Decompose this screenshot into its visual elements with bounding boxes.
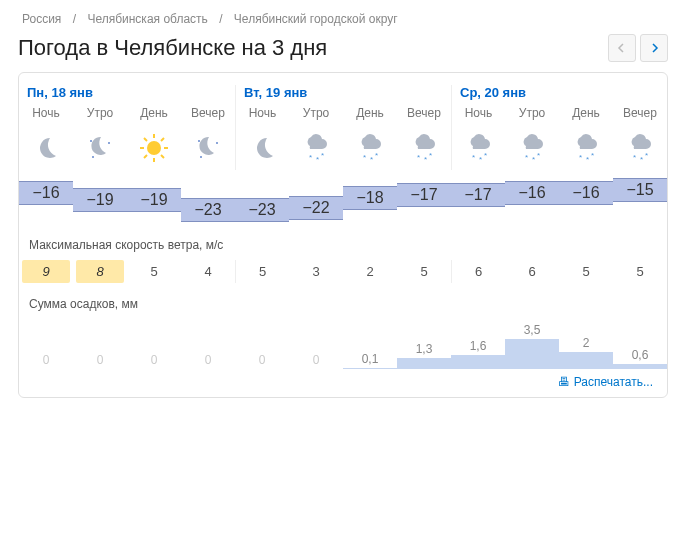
wind-value: 5 [397, 260, 451, 283]
temp-value: −23 [181, 198, 235, 222]
part-label: Вечер [613, 106, 667, 126]
precip-value: 0 [289, 353, 343, 369]
svg-point-0 [90, 140, 92, 142]
svg-text:*: * [375, 151, 378, 160]
temp-value: −16 [559, 181, 613, 205]
day-header: Вт, 19 янв [235, 85, 451, 106]
precip-value: 0,6 [613, 348, 667, 369]
svg-line-9 [161, 155, 164, 158]
crumb-0[interactable]: Россия [22, 12, 61, 26]
snow-icon: *** [559, 126, 613, 170]
svg-text:*: * [424, 155, 427, 164]
svg-text:*: * [316, 155, 319, 164]
forecast-card: Пн, 18 янвВт, 19 янвСр, 20 янв НочьУтроД… [18, 72, 668, 398]
svg-text:*: * [321, 151, 324, 160]
svg-text:*: * [537, 151, 540, 160]
svg-text:*: * [309, 153, 312, 162]
wind-value: 5 [559, 260, 613, 283]
sun-icon [127, 126, 181, 170]
precip-value: 2 [559, 336, 613, 369]
svg-point-2 [92, 156, 94, 158]
precip-value: 0 [19, 353, 73, 369]
temp-value: −15 [613, 178, 667, 202]
svg-text:*: * [645, 151, 648, 160]
precip-value: 0 [127, 353, 181, 369]
svg-text:*: * [370, 155, 373, 164]
snow-icon: *** [451, 126, 505, 170]
temp-value: −18 [343, 186, 397, 210]
day-header: Пн, 18 янв [19, 85, 235, 106]
wind-value: 5 [613, 260, 667, 283]
temp-value: −16 [19, 181, 73, 205]
svg-text:*: * [363, 153, 366, 162]
precip-value: 1,6 [451, 339, 505, 369]
crumb-sep: / [219, 12, 222, 26]
svg-text:*: * [472, 153, 475, 162]
wind-label: Максимальная скорость ветра, м/с [19, 224, 667, 260]
svg-line-11 [161, 138, 164, 141]
wind-value: 8 [76, 260, 124, 283]
svg-text:*: * [579, 153, 582, 162]
snow-icon: *** [397, 126, 451, 170]
precip-value: 0 [73, 353, 127, 369]
svg-text:*: * [479, 155, 482, 164]
part-label: Утро [505, 106, 559, 126]
svg-point-1 [108, 142, 110, 144]
wind-value: 5 [127, 260, 181, 283]
svg-line-8 [144, 138, 147, 141]
chevron-left-icon [617, 43, 627, 53]
part-label: Вечер [181, 106, 235, 126]
page-title: Погода в Челябинске на 3 дня [18, 35, 327, 61]
part-label: Утро [289, 106, 343, 126]
part-label: День [559, 106, 613, 126]
snow-icon: *** [613, 126, 667, 170]
temp-value: −19 [127, 188, 181, 212]
crumb-2[interactable]: Челябинский городской округ [234, 12, 398, 26]
moon-stars-icon [73, 126, 127, 170]
wind-value: 3 [289, 260, 343, 283]
svg-text:*: * [429, 151, 432, 160]
crumb-sep: / [73, 12, 76, 26]
next-button[interactable] [640, 34, 668, 62]
moon-stars-icon [181, 126, 235, 170]
chevron-right-icon [649, 43, 659, 53]
temp-value: −17 [397, 183, 451, 207]
wind-value: 2 [343, 260, 397, 283]
part-label: Ночь [235, 106, 289, 126]
svg-text:*: * [640, 155, 643, 164]
precip-value: 0 [181, 353, 235, 369]
temp-value: −19 [73, 188, 127, 212]
part-label: День [343, 106, 397, 126]
svg-point-3 [147, 141, 161, 155]
part-label: Вечер [397, 106, 451, 126]
prev-button[interactable] [608, 34, 636, 62]
print-icon: 🖶 [558, 375, 570, 389]
temp-value: −17 [451, 183, 505, 207]
svg-point-12 [198, 140, 200, 142]
part-label: День [127, 106, 181, 126]
svg-text:*: * [633, 153, 636, 162]
svg-line-10 [144, 155, 147, 158]
svg-text:*: * [417, 153, 420, 162]
print-link[interactable]: Распечатать... [574, 375, 653, 389]
wind-value: 9 [22, 260, 70, 283]
part-label: Утро [73, 106, 127, 126]
moon-icon [19, 126, 73, 170]
wind-value: 6 [451, 260, 505, 283]
precip-value: 0,1 [343, 352, 397, 369]
svg-text:*: * [591, 151, 594, 160]
temperature-chart: −16−19−19−23−23−22−18−17−17−16−16−15 [19, 178, 667, 224]
snow-icon: *** [505, 126, 559, 170]
svg-text:*: * [484, 151, 487, 160]
wind-value: 6 [505, 260, 559, 283]
part-label: Ночь [19, 106, 73, 126]
svg-text:*: * [586, 155, 589, 164]
breadcrumb: Россия / Челябинская область / Челябинск… [18, 12, 668, 26]
svg-text:*: * [532, 155, 535, 164]
temp-value: −22 [289, 196, 343, 220]
crumb-1[interactable]: Челябинская область [87, 12, 207, 26]
svg-point-13 [216, 142, 218, 144]
moon-icon [235, 126, 289, 170]
day-header: Ср, 20 янв [451, 85, 667, 106]
part-label: Ночь [451, 106, 505, 126]
